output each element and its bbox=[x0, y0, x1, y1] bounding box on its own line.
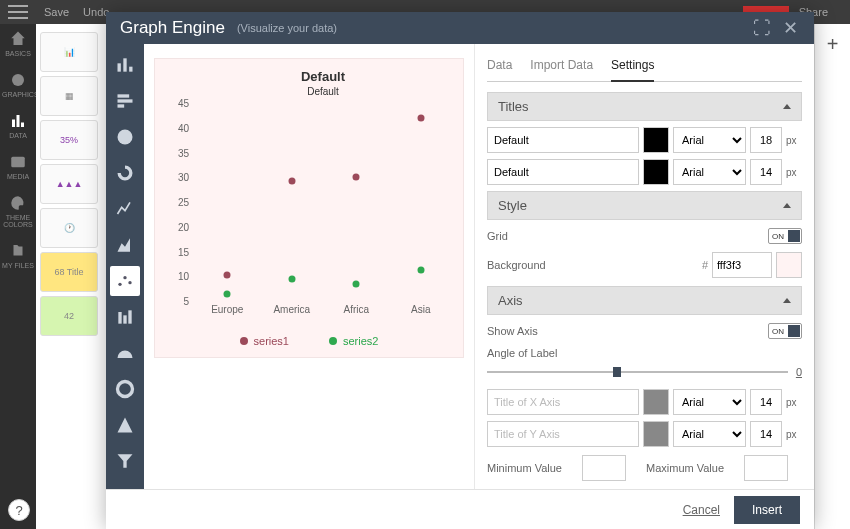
tab-import-data[interactable]: Import Data bbox=[530, 54, 593, 81]
section-titles[interactable]: Titles bbox=[487, 92, 802, 121]
angle-value: 0 bbox=[796, 366, 802, 378]
svg-point-11 bbox=[118, 130, 133, 145]
cancel-button[interactable]: Cancel bbox=[683, 503, 720, 517]
x-axis-size-input[interactable] bbox=[750, 389, 782, 415]
svg-rect-9 bbox=[118, 99, 133, 102]
title-font-select[interactable]: Arial bbox=[673, 127, 746, 153]
svg-rect-2 bbox=[17, 115, 20, 127]
gallery-item[interactable]: 68 Title bbox=[40, 252, 98, 292]
svg-rect-4 bbox=[11, 157, 25, 168]
svg-point-18 bbox=[118, 382, 133, 397]
x-axis-color-picker[interactable] bbox=[643, 389, 669, 415]
nav-basics[interactable]: BASICS bbox=[2, 30, 34, 57]
show-axis-label: Show Axis bbox=[487, 325, 538, 337]
svg-rect-15 bbox=[118, 312, 121, 324]
subtitle-color-picker[interactable] bbox=[643, 159, 669, 185]
modal-subtitle: (Visualize your data) bbox=[237, 22, 337, 34]
expand-icon[interactable]: ⛶ bbox=[752, 18, 772, 38]
subtitle-input[interactable] bbox=[487, 159, 639, 185]
gallery-item[interactable]: 35% bbox=[40, 120, 98, 160]
save-button[interactable]: Save bbox=[44, 6, 69, 18]
chart-title: Default bbox=[195, 69, 451, 84]
max-value-label: Maximum Value bbox=[646, 462, 724, 474]
svg-rect-16 bbox=[123, 315, 126, 323]
chevron-up-icon bbox=[783, 298, 791, 303]
title-input[interactable] bbox=[487, 127, 639, 153]
chevron-up-icon bbox=[783, 203, 791, 208]
svg-point-14 bbox=[128, 281, 131, 284]
svg-rect-3 bbox=[21, 123, 24, 128]
svg-rect-10 bbox=[118, 104, 125, 107]
chart-type-stacked-icon[interactable] bbox=[110, 302, 140, 332]
svg-point-12 bbox=[118, 283, 121, 286]
chart-type-bar-icon[interactable] bbox=[110, 50, 140, 80]
grid-toggle[interactable]: ON bbox=[768, 228, 802, 244]
nav-my-files[interactable]: MY FILES bbox=[2, 242, 34, 269]
svg-rect-17 bbox=[128, 310, 131, 323]
nav-graphics[interactable]: GRAPHICS bbox=[2, 71, 34, 98]
x-axis-font-select[interactable]: Arial bbox=[673, 389, 746, 415]
gallery-item[interactable]: ▦ bbox=[40, 76, 98, 116]
subtitle-font-select[interactable]: Arial bbox=[673, 159, 746, 185]
settings-panel: Data Import Data Settings Titles Arial p… bbox=[474, 44, 814, 489]
max-value-input[interactable] bbox=[744, 455, 788, 481]
tab-data[interactable]: Data bbox=[487, 54, 512, 81]
chart-type-halfdonut-icon[interactable] bbox=[110, 338, 140, 368]
chart-type-area-icon[interactable] bbox=[110, 230, 140, 260]
tab-settings[interactable]: Settings bbox=[611, 54, 654, 82]
nav-theme-colors[interactable]: THEME COLORS bbox=[2, 194, 34, 228]
y-axis-title-input[interactable] bbox=[487, 421, 639, 447]
min-value-input[interactable] bbox=[582, 455, 626, 481]
close-icon[interactable]: ✕ bbox=[780, 18, 800, 38]
chart-type-scatter-icon[interactable] bbox=[110, 266, 140, 296]
section-axis[interactable]: Axis bbox=[487, 286, 802, 315]
section-style[interactable]: Style bbox=[487, 191, 802, 220]
gallery-item[interactable]: 🕐 bbox=[40, 208, 98, 248]
nav-media[interactable]: MEDIA bbox=[2, 153, 34, 180]
chevron-up-icon bbox=[783, 104, 791, 109]
hamburger-icon[interactable] bbox=[8, 5, 28, 19]
subtitle-size-input[interactable] bbox=[750, 159, 782, 185]
insert-button[interactable]: Insert bbox=[734, 496, 800, 524]
svg-rect-1 bbox=[12, 120, 15, 128]
title-size-input[interactable] bbox=[750, 127, 782, 153]
y-axis-color-picker[interactable] bbox=[643, 421, 669, 447]
chart-type-column bbox=[106, 44, 144, 489]
nav-data[interactable]: DATA bbox=[2, 112, 34, 139]
help-button[interactable]: ? bbox=[8, 499, 30, 521]
show-axis-toggle[interactable]: ON bbox=[768, 323, 802, 339]
hash-label: # bbox=[702, 259, 708, 271]
chart-type-ring-icon[interactable] bbox=[110, 374, 140, 404]
chart-type-donut-icon[interactable] bbox=[110, 158, 140, 188]
background-label: Background bbox=[487, 259, 546, 271]
modal-header: Graph Engine (Visualize your data) ⛶ ✕ bbox=[106, 12, 814, 44]
svg-rect-8 bbox=[118, 94, 130, 97]
chart-type-pyramid-icon[interactable] bbox=[110, 410, 140, 440]
x-axis-title-input[interactable] bbox=[487, 389, 639, 415]
y-axis-font-select[interactable]: Arial bbox=[673, 421, 746, 447]
gallery-item[interactable]: ▲▲▲ bbox=[40, 164, 98, 204]
modal-title: Graph Engine bbox=[120, 18, 225, 38]
svg-point-13 bbox=[123, 276, 126, 279]
chart-type-pie-icon[interactable] bbox=[110, 122, 140, 152]
px-label: px bbox=[786, 135, 802, 146]
svg-rect-7 bbox=[129, 67, 132, 72]
chart-preview: Default Default series1series2 510152025… bbox=[144, 44, 474, 489]
px-label: px bbox=[786, 397, 802, 408]
grid-label: Grid bbox=[487, 230, 508, 242]
angle-slider[interactable] bbox=[487, 365, 788, 379]
add-button[interactable]: + bbox=[819, 30, 847, 58]
graph-engine-modal: Graph Engine (Visualize your data) ⛶ ✕ D… bbox=[106, 12, 814, 529]
chart-type-funnel-icon[interactable] bbox=[110, 446, 140, 476]
gallery-item[interactable]: 42 bbox=[40, 296, 98, 336]
background-color-swatch[interactable] bbox=[776, 252, 802, 278]
gallery-item[interactable]: 📊 bbox=[40, 32, 98, 72]
right-addbar: + bbox=[814, 24, 850, 529]
background-hex-input[interactable] bbox=[712, 252, 772, 278]
angle-label: Angle of Label bbox=[487, 347, 802, 359]
svg-point-0 bbox=[12, 74, 24, 86]
title-color-picker[interactable] bbox=[643, 127, 669, 153]
y-axis-size-input[interactable] bbox=[750, 421, 782, 447]
chart-type-line-icon[interactable] bbox=[110, 194, 140, 224]
chart-type-hbar-icon[interactable] bbox=[110, 86, 140, 116]
